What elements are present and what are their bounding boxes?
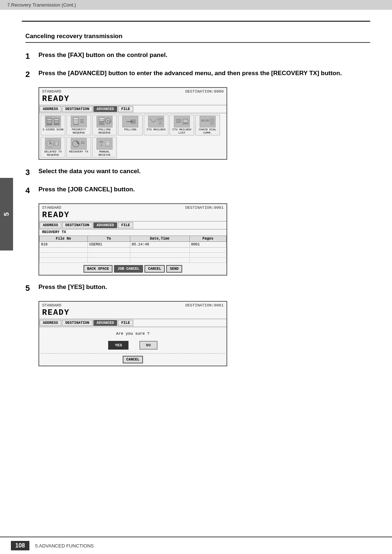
svg-rect-35 <box>183 121 188 122</box>
step-4-number: 4 <box>25 186 38 195</box>
screen1-tab-address[interactable]: ADDRESS <box>40 106 61 112</box>
screen3-tabs: ADDRESS DESTINATION ADVANCED FILE <box>39 319 226 327</box>
step-5-number: 5 <box>25 284 38 293</box>
icon-2sided-scan[interactable]: 2-SIDED SCAN <box>41 115 65 135</box>
table-row-2 <box>40 248 226 253</box>
step-5: 5 Press the [YES] button. <box>25 283 370 293</box>
svg-rect-28 <box>159 122 162 125</box>
screen3-tab-address[interactable]: ADDRESS <box>40 320 61 326</box>
screen2-tabs: ADDRESS DESTINATION ADVANCED FILE <box>39 221 226 229</box>
cell-pages-2 <box>189 248 226 253</box>
table-row-1[interactable]: 018 USER01 05.14:48 0001 <box>40 242 226 248</box>
btn-job-cancel[interactable]: JOB CANCEL <box>114 265 143 273</box>
svg-rect-12 <box>74 123 78 123</box>
screen-mockup-3: STANDARD DESTINATION:0001 READY ADDRESS … <box>38 301 227 366</box>
screen2-tab-destination[interactable]: DESTINATION <box>62 222 93 228</box>
screen1-tabs: ADDRESS DESTINATION ADVANCED FILE <box>39 105 226 113</box>
svg-rect-48 <box>55 143 58 144</box>
page-footer: 108 5.ADVANCED FUNCTIONS <box>0 537 392 554</box>
svg-rect-38 <box>201 122 205 125</box>
screen3-tab-advanced[interactable]: ADVANCED <box>93 320 117 326</box>
svg-rect-34 <box>183 120 188 121</box>
icon-manual-receive[interactable]: MANUAL RECEIVE <box>92 137 117 158</box>
screen1-ready: READY <box>39 94 226 105</box>
screen2-table: File No To Date,Time Pages 018 USER01 05… <box>39 236 226 263</box>
screen1-destination: DESTINATION:0000 <box>185 89 224 94</box>
svg-rect-6 <box>54 121 59 122</box>
btn-back-space[interactable]: BACK SPACE <box>83 265 113 273</box>
icon-priority-reserve[interactable]: PRIORITY RESERVE <box>66 115 91 135</box>
svg-rect-2 <box>47 121 52 122</box>
svg-rect-42 <box>210 118 214 125</box>
icon-delayed-tx[interactable]: DELAYED TX RESERVE <box>41 137 65 158</box>
cell-to-3 <box>87 253 130 258</box>
step-4-text: Press the [JOB CANCEL] button. <box>38 185 135 194</box>
step-5-text: Press the [YES] button. <box>38 283 107 292</box>
cell-pages-1: 0001 <box>189 242 226 248</box>
icon-chain-dial[interactable]: CHAIN DIAL COMM. <box>195 115 220 135</box>
page-number: 108 <box>11 541 29 550</box>
col-datetime: Date,Time <box>130 236 189 242</box>
icon-priority-img <box>71 116 87 127</box>
svg-rect-54 <box>81 143 85 144</box>
svg-point-57 <box>101 144 102 146</box>
cell-to-1: USER01 <box>87 242 130 248</box>
footer-text: 5.ADVANCED FUNCTIONS <box>35 543 94 549</box>
step-3-text: Select the data you want to cancel. <box>38 167 141 176</box>
cell-datetime-4 <box>130 258 189 263</box>
header-text: 7.Recovery Transmission (Cont.) <box>7 2 76 8</box>
svg-rect-14 <box>80 119 84 120</box>
icon-priority-label: PRIORITY RESERVE <box>72 128 86 134</box>
page-header: 7.Recovery Transmission (Cont.) <box>0 0 392 10</box>
svg-rect-1 <box>47 119 52 120</box>
btn-send[interactable]: SEND <box>166 265 182 273</box>
btn-cancel-confirm[interactable]: CANCEL <box>123 356 143 363</box>
step-1-number: 1 <box>25 52 38 61</box>
btn-no[interactable]: NO <box>139 341 157 350</box>
screen2-tab-file[interactable]: FILE <box>118 222 133 228</box>
screen3-tab-destination[interactable]: DESTINATION <box>62 320 93 326</box>
svg-rect-7 <box>54 122 59 123</box>
btn-yes[interactable]: YES <box>108 341 128 350</box>
cell-to-4 <box>87 258 130 263</box>
icon-polling-reserve[interactable]: TX POLLING RESERVE <box>92 115 117 135</box>
icon-recovery-tx-img <box>71 138 87 150</box>
icon-itu-mailbox-list[interactable]: ITU MAILBOX LIST <box>170 115 194 135</box>
step-3-number: 3 <box>25 168 38 177</box>
icon-chain-dial-img <box>200 116 216 127</box>
screen1-icons: 2-SIDED SCAN PRIORITY <box>39 113 226 137</box>
screen1-tab-destination[interactable]: DESTINATION <box>62 106 93 112</box>
cell-datetime-1: 05.14:48 <box>130 242 189 248</box>
icon-itu-mailbox[interactable]: 01 ITU MAILBOX <box>144 115 168 135</box>
icon-itu-mailbox-list-label: ITU MAILBOX LIST <box>172 128 192 134</box>
screen-mockup-2: STANDARD DESTINATION:0001 READY ADDRESS … <box>38 203 227 276</box>
svg-rect-56 <box>99 141 103 143</box>
step-1-text: Press the [FAX] button on the control pa… <box>38 51 167 60</box>
screen2-tab-address[interactable]: ADDRESS <box>40 222 61 228</box>
svg-rect-31 <box>176 121 181 121</box>
svg-rect-61 <box>106 144 110 145</box>
step-2-number: 2 <box>25 70 38 79</box>
svg-rect-59 <box>106 142 110 142</box>
icon-polling-label: POLLING <box>124 128 136 131</box>
col-to: To <box>87 236 130 242</box>
table-row-4 <box>40 258 226 263</box>
screen2-ready: READY <box>39 211 226 221</box>
svg-rect-32 <box>176 122 181 123</box>
icon-polling[interactable]: POLLING <box>118 115 143 135</box>
screen3-ready: READY <box>39 308 226 319</box>
col-pages: Pages <box>189 236 226 242</box>
icon-recovery-tx[interactable]: RECOVERY TX <box>66 137 91 158</box>
svg-rect-16 <box>80 122 84 123</box>
step-3: 3 Select the data you want to cancel. <box>25 167 370 177</box>
btn-cancel[interactable]: CANCEL <box>144 265 165 273</box>
svg-text:TX: TX <box>107 120 111 124</box>
svg-rect-60 <box>106 143 110 144</box>
cell-datetime-2 <box>130 248 189 253</box>
screen1-tab-file[interactable]: FILE <box>118 106 133 112</box>
svg-rect-10 <box>74 120 78 121</box>
screen1-tab-advanced[interactable]: ADVANCED <box>93 106 117 112</box>
icon-polling-img <box>122 116 138 127</box>
screen3-tab-file[interactable]: FILE <box>118 320 133 326</box>
screen2-tab-advanced[interactable]: ADVANCED <box>93 222 117 228</box>
